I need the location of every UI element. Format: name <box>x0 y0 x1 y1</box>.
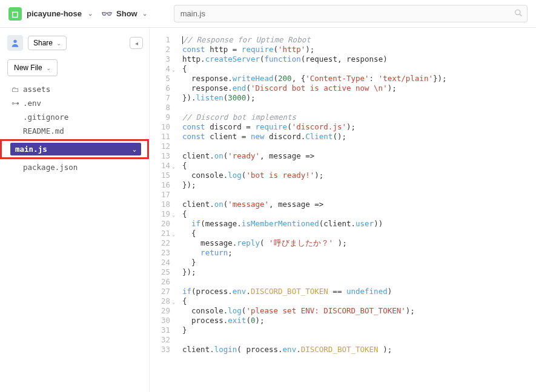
chevron-down-icon: ⌄ <box>133 146 136 152</box>
avatar[interactable] <box>7 35 23 51</box>
sidebar: Share ⌄ ◂ New File ⌄ 🗀assets⊶.env.gitign… <box>0 28 150 392</box>
code-line[interactable]: console.log('bot is ready!'); <box>182 171 536 180</box>
code-line[interactable]: return; <box>182 248 536 258</box>
fold-icon[interactable]: ⌄ <box>172 211 175 220</box>
chevron-down-icon: ⌄ <box>56 40 61 47</box>
code-line[interactable]: client.login( process.env.DISCORD_BOT_TO… <box>182 345 536 354</box>
code-line[interactable]: { <box>182 229 536 238</box>
glasses-icon: 👓 <box>101 8 113 19</box>
code-line[interactable]: }); <box>182 267 536 277</box>
code-line[interactable]: const http = require('http'); <box>182 45 536 54</box>
file-name: assets <box>23 85 50 94</box>
chevron-down-icon: ⌄ <box>142 10 147 17</box>
code-line[interactable]: } <box>182 325 536 335</box>
code-line[interactable]: client.on('ready', message => <box>182 151 536 161</box>
chevron-down-icon: ⌄ <box>46 65 51 71</box>
file-name: .env <box>23 99 41 108</box>
search-input[interactable] <box>174 5 528 22</box>
show-label: Show <box>116 9 137 18</box>
code-line[interactable]: { <box>182 64 536 74</box>
code-line[interactable] <box>182 277 536 287</box>
top-bar: ◻ picayune-hose ⌄ 👓 Show ⌄ <box>0 0 536 28</box>
code-line[interactable]: const discord = require('discord.js'); <box>182 122 536 132</box>
project-name: picayune-hose <box>27 9 82 18</box>
code-line[interactable]: { <box>182 161 536 171</box>
chevron-down-icon: ⌄ <box>88 10 93 17</box>
code-editor[interactable]: 1234⌄567891011121314⌄1516171819⌄2021⌄222… <box>150 28 536 392</box>
code-line[interactable]: // Discord bot implements <box>182 113 536 122</box>
code-line[interactable]: const client = new discord.Client(); <box>182 132 536 142</box>
file-item-active[interactable]: main.js⌄ <box>0 139 149 159</box>
fold-icon[interactable]: ⌄ <box>172 298 175 307</box>
code-line[interactable]: // Response for Uptime Robot <box>182 35 536 45</box>
share-label: Share <box>33 39 53 47</box>
code-line[interactable]: http.createServer(function(request, resp… <box>182 54 536 64</box>
code-line[interactable]: response.writeHead(200, {'Content-Type':… <box>182 74 536 83</box>
code-line[interactable]: console.log('please set ENV: DISCORD_BOT… <box>182 306 536 316</box>
code-line[interactable]: message.reply( '呼びましたか？' ); <box>182 238 536 248</box>
file-item[interactable]: .gitignore <box>7 110 143 124</box>
main: Share ⌄ ◂ New File ⌄ 🗀assets⊶.env.gitign… <box>0 28 536 392</box>
project-icon: ◻ <box>8 7 22 21</box>
code-line[interactable] <box>182 103 536 113</box>
file-item[interactable]: package.json <box>7 160 143 174</box>
fold-icon[interactable]: ⌄ <box>172 162 175 172</box>
project-dropdown[interactable]: ◻ picayune-hose ⌄ <box>8 7 93 21</box>
code-line[interactable]: { <box>182 209 536 219</box>
code-line[interactable] <box>182 190 536 200</box>
code-line[interactable] <box>182 335 536 345</box>
code-line[interactable]: }).listen(3000); <box>182 93 536 103</box>
collapse-sidebar-button[interactable]: ◂ <box>130 37 143 49</box>
code-line[interactable]: }); <box>182 180 536 190</box>
code-line[interactable]: client.on('message', message => <box>182 200 536 209</box>
new-file-button[interactable]: New File ⌄ <box>7 59 58 76</box>
code-line[interactable] <box>182 142 536 151</box>
code-line[interactable]: } <box>182 258 536 267</box>
file-list: 🗀assets⊶.env.gitignoreREADME.mdmain.js⌄p… <box>7 82 143 174</box>
newfile-label: New File <box>14 64 42 72</box>
search-wrapper <box>174 5 528 22</box>
file-name: README.md <box>23 126 64 136</box>
fold-icon[interactable]: ⌄ <box>172 65 175 75</box>
file-item[interactable]: 🗀assets <box>7 82 143 96</box>
line-gutter: 1234⌄567891011121314⌄1516171819⌄2021⌄222… <box>150 28 176 392</box>
code-line[interactable]: response.end('Discord bot is active now … <box>182 83 536 93</box>
svg-point-2 <box>13 40 16 43</box>
folder-icon: 🗀 <box>11 85 19 94</box>
file-item[interactable]: README.md <box>7 124 143 138</box>
fold-icon[interactable]: ⌄ <box>172 230 175 240</box>
show-dropdown[interactable]: 👓 Show ⌄ <box>101 8 147 19</box>
file-item[interactable]: ⊶.env <box>7 96 143 110</box>
file-name: main.js <box>15 145 47 154</box>
file-name: package.json <box>23 163 78 172</box>
code-line[interactable]: if(message.isMemberMentioned(client.user… <box>182 219 536 229</box>
share-button[interactable]: Share ⌄ <box>28 36 67 50</box>
key-icon: ⊶ <box>11 99 19 108</box>
file-name: .gitignore <box>23 113 68 122</box>
code-line[interactable]: { <box>182 296 536 306</box>
code-area[interactable]: // Response for Uptime Robotconst http =… <box>176 28 536 392</box>
sidebar-top: Share ⌄ ◂ <box>7 35 143 51</box>
code-line[interactable]: process.exit(0); <box>182 316 536 325</box>
code-line[interactable]: if(process.env.DISCORD_BOT_TOKEN == unde… <box>182 287 536 296</box>
